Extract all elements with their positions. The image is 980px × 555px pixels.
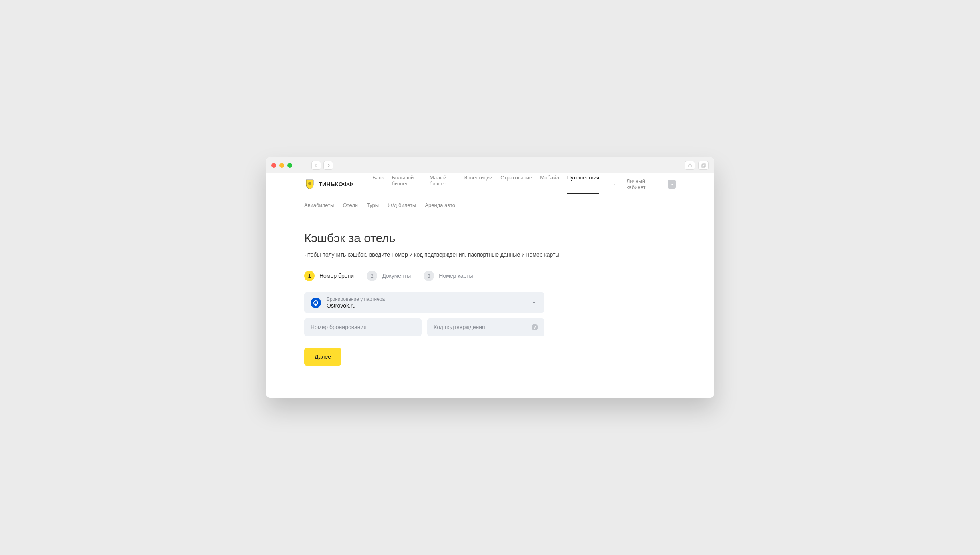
nav-travel[interactable]: Путешествия <box>567 175 599 194</box>
tabs-button[interactable] <box>698 161 709 170</box>
nav-mobile[interactable]: Мобайл <box>540 175 559 194</box>
step-1-number: 1 <box>304 271 315 281</box>
svg-rect-1 <box>703 164 705 167</box>
nav-big-business[interactable]: Большой бизнес <box>392 175 422 194</box>
logo[interactable]: ТИНЬКОФФ <box>304 179 353 190</box>
partner-ostrovok-icon <box>311 298 321 308</box>
personal-cabinet-link[interactable]: Личный кабинет <box>627 178 662 190</box>
svg-point-2 <box>308 182 311 185</box>
confirmation-code-field-wrap[interactable]: ? <box>427 318 544 336</box>
partner-select-value: Ostrovok.ru <box>327 302 526 309</box>
logo-text: ТИНЬКОФФ <box>319 181 353 187</box>
step-3-label: Номер карты <box>439 273 473 279</box>
chevron-down-icon <box>532 299 536 306</box>
titlebar-right <box>685 161 709 170</box>
step-2[interactable]: 2 Документы <box>367 271 411 281</box>
booking-number-input[interactable] <box>311 324 415 330</box>
close-window-icon[interactable] <box>271 163 276 168</box>
browser-nav-arrows <box>311 161 333 170</box>
help-icon[interactable]: ? <box>532 324 538 330</box>
logo-shield-icon <box>304 179 315 190</box>
header-right: Личный кабинет <box>627 178 676 190</box>
page-subtitle: Чтобы получить кэшбэк, введите номер и к… <box>304 251 676 258</box>
window-titlebar <box>266 157 714 173</box>
header-row: ТИНЬКОФФ Банк Большой бизнес Малый бизне… <box>304 173 676 195</box>
login-button[interactable] <box>668 180 676 189</box>
step-1-label: Номер брони <box>319 273 354 279</box>
forward-button[interactable] <box>323 161 333 170</box>
nav-insurance[interactable]: Страхование <box>500 175 532 194</box>
partner-select-text: Бронирование у партнера Ostrovok.ru <box>327 296 526 309</box>
subnav-rail[interactable]: Ж/д билеты <box>388 202 416 208</box>
page-content: Кэшбэк за отель Чтобы получить кэшбэк, в… <box>266 215 714 398</box>
step-3-number: 3 <box>424 271 434 281</box>
more-menu-icon[interactable]: ··· <box>611 181 619 187</box>
page-title: Кэшбэк за отель <box>304 231 676 245</box>
stepper: 1 Номер брони 2 Документы 3 Номер карты <box>304 271 676 281</box>
step-2-label: Документы <box>382 273 411 279</box>
confirmation-code-input[interactable] <box>434 324 532 330</box>
partner-select-label: Бронирование у партнера <box>327 296 526 302</box>
subnav-hotels[interactable]: Отели <box>343 202 358 208</box>
booking-number-field-wrap[interactable] <box>304 318 422 336</box>
nav-small-business[interactable]: Малый бизнес <box>430 175 456 194</box>
back-button[interactable] <box>311 161 321 170</box>
next-button[interactable]: Далее <box>304 348 341 366</box>
step-3[interactable]: 3 Номер карты <box>424 271 473 281</box>
window-traffic-lights <box>271 163 292 168</box>
partner-select[interactable]: Бронирование у партнера Ostrovok.ru <box>304 292 544 313</box>
subnav: Авиабилеты Отели Туры Ж/д билеты Аренда … <box>304 195 676 215</box>
site-header: ТИНЬКОФФ Банк Большой бизнес Малый бизне… <box>266 173 714 215</box>
subnav-car-rental[interactable]: Аренда авто <box>425 202 455 208</box>
fullscreen-window-icon[interactable] <box>287 163 292 168</box>
nav-investments[interactable]: Инвестиции <box>464 175 492 194</box>
svg-rect-0 <box>702 165 705 167</box>
subnav-flights[interactable]: Авиабилеты <box>304 202 334 208</box>
primary-nav: Банк Большой бизнес Малый бизнес Инвести… <box>372 175 599 194</box>
step-2-number: 2 <box>367 271 377 281</box>
step-1[interactable]: 1 Номер брони <box>304 271 354 281</box>
share-button[interactable] <box>685 161 695 170</box>
nav-bank[interactable]: Банк <box>372 175 384 194</box>
input-row: ? <box>304 318 544 336</box>
subnav-tours[interactable]: Туры <box>367 202 379 208</box>
form: Бронирование у партнера Ostrovok.ru ? Да… <box>304 292 544 366</box>
minimize-window-icon[interactable] <box>279 163 284 168</box>
browser-window: ТИНЬКОФФ Банк Большой бизнес Малый бизне… <box>266 157 714 398</box>
